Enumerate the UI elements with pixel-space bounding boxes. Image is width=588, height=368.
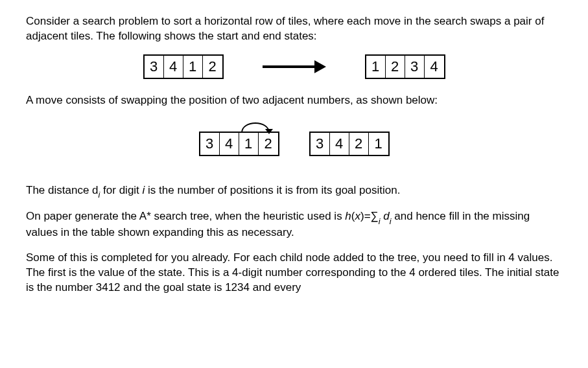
arrow-icon [263, 60, 326, 73]
tile: 4 [330, 133, 349, 155]
subscript-i: i [379, 216, 381, 226]
text-segment: for digit [100, 184, 142, 196]
tile: 4 [220, 133, 239, 155]
tile: 1 [369, 133, 388, 155]
tile: 3 [200, 133, 220, 155]
tile: 2 [259, 133, 278, 155]
tile: 3 [311, 133, 330, 155]
start-goal-diagram: 3 4 1 2 1 2 3 4 [26, 54, 562, 79]
move-description: A move consists of swapping the position… [26, 93, 562, 108]
tile: 3 [405, 56, 425, 78]
goal-state-tiles: 1 2 3 4 [365, 54, 445, 79]
swap-before-tiles: 3 4 1 2 [199, 132, 279, 156]
text-segment: is the number of positions it is from it… [145, 184, 400, 196]
table-instructions: Some of this is completed for you alread… [26, 251, 562, 295]
text-segment: On paper generate the A* search tree, wh… [26, 210, 345, 222]
svg-marker-0 [265, 129, 273, 134]
swap-before: 3 4 1 2 [199, 132, 279, 156]
tile: 4 [425, 56, 444, 78]
formula-d: d [381, 210, 390, 222]
tile: 2 [203, 56, 222, 78]
tile: 3 [145, 56, 164, 78]
subscript-i: i [99, 190, 100, 200]
sigma-icon: ∑ [371, 210, 379, 222]
tile: 1 [183, 56, 203, 78]
tile: 2 [386, 56, 405, 78]
swap-diagram: 3 4 1 2 3 4 2 1 [26, 132, 562, 156]
formula-h: h [345, 210, 351, 222]
problem-intro: Consider a search problem to sort a hori… [26, 14, 562, 44]
swap-arc-icon [239, 117, 278, 134]
distance-definition: The distance di for digit i is the numbe… [26, 183, 562, 200]
start-state-tiles: 3 4 1 2 [143, 54, 224, 79]
subscript-i: i [390, 216, 392, 226]
text-segment: )= [360, 210, 371, 222]
formula-x: x [355, 210, 361, 222]
tile: 1 [366, 56, 386, 78]
tile: 4 [164, 56, 183, 78]
tile: 2 [349, 133, 369, 155]
text-segment: The distance d [26, 184, 99, 196]
heuristic-instruction: On paper generate the A* search tree, wh… [26, 209, 562, 240]
tile: 1 [239, 133, 259, 155]
swap-after-tiles: 3 4 2 1 [309, 132, 390, 156]
